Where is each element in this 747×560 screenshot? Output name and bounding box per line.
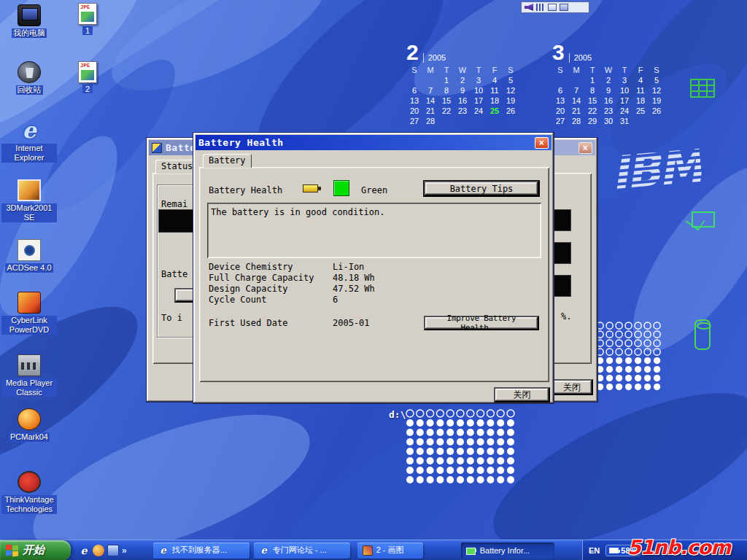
desktop-icon-label: 3DMark2001 SE [1,203,57,222]
taskbar-button-label: 找不到服务器... [172,545,227,556]
taskbar-button-1[interactable]: e找不到服务器... [153,542,249,559]
quicklaunch-desktop-icon[interactable] [107,545,119,556]
desktop-icon-pcmark[interactable]: PCMark04 [1,408,57,442]
calendar-day-cell: 23 [454,106,471,117]
close-icon[interactable]: × [578,142,592,154]
recycle-icon [18,61,41,83]
taskbar-button-label: Battery Infor... [480,546,530,555]
calendar-day-cell: 3 [616,76,632,86]
calendar-day-cell: 22 [438,106,454,117]
close-button[interactable]: 关闭 [551,379,593,395]
calendar-day-header: F [632,66,649,76]
desktop-icon-label: ACDSee 4.0 [5,263,53,273]
windows-logo-icon [6,545,19,556]
calendar-day-cell: 18 [487,96,503,106]
volume-icon[interactable] [525,4,533,11]
desktop-icon-label: Media Player Classic [1,378,57,397]
calendar-day-header: M [568,66,584,76]
desktop: 2 2005 SMTWTFS12345678910111213141516171… [0,0,747,540]
field-value: 47.52 Wh [333,284,375,294]
battery-tips-button[interactable]: Battery Tips [424,181,539,196]
quicklaunch-ie-icon[interactable]: e [78,545,90,556]
battery-icon [303,184,322,194]
taskbar-button-2[interactable]: e专门网论坛 - ... [254,542,350,559]
quicklaunch-media-icon[interactable] [93,545,104,556]
first-used-label: First Used Date [209,318,287,328]
thinkvantage-icon [18,471,41,493]
display-icon[interactable] [548,4,557,11]
battery-health-window: Battery Health × Battery Battery Health … [193,132,554,404]
calendar-day-cell: 15 [438,96,454,106]
keyboard-icon[interactable] [560,4,568,11]
calendar-day-cell [568,76,584,86]
calendar-day-header: M [422,66,438,76]
percent-label: %. [561,311,571,322]
field-value: 48.18 Wh [333,273,375,283]
calendar-day-cell: 3 [471,76,487,86]
calendar-day-header: F [487,66,503,76]
calendar-day-cell: 23 [600,106,616,117]
computer-icon [18,4,41,26]
watermark-51nb: 51nb.com [627,536,730,559]
desktop-icon-label: Internet Explorer [1,144,57,163]
battery-app-icon [152,143,162,153]
desktop-icon-mpc[interactable]: Media Player Classic [1,354,57,397]
chevron-icon[interactable]: » [122,545,127,556]
calendar-day-cell: 9 [454,86,471,96]
desktop-icon-ie[interactable]: eInternet Explorer [1,120,57,163]
envelope-icon [692,211,715,228]
desktop-icon-computer[interactable]: 我的电脑 [1,4,57,38]
taskbar-button-4[interactable]: Battery Infor... [461,542,554,559]
equalizer-icon[interactable] [536,4,545,11]
calendar-day-cell: 20 [552,106,568,117]
desktop-icon-recycle[interactable]: 回收站 [1,61,57,95]
calendar-day-cell: 12 [649,86,665,96]
battery-label: Batte [161,269,187,279]
field-value: Li-Ion [333,262,364,272]
field-label: Cycle Count [209,295,266,305]
calendar-month: 3 [552,42,565,63]
calendar-day-cell: 27 [406,117,422,127]
close-icon[interactable]: × [535,137,549,149]
calendar-day-cell: 21 [422,106,438,117]
window-title: Battery Health [198,137,284,148]
calendar-day-cell [406,76,422,86]
tab-battery[interactable]: Battery [203,154,252,168]
language-indicator[interactable]: EN [589,546,600,555]
calendar-day-header: T [438,66,454,76]
desktop-icon-mark3d[interactable]: 3DMark2001 SE [1,179,57,222]
taskbar-button-3[interactable]: 2 - 画图 [357,542,423,559]
calendar-year: 2005 [423,53,446,63]
battery-gauge-1 [552,209,571,231]
calendar-day-cell [422,76,438,86]
desktop-icon-label: 回收站 [16,85,43,95]
desktop-icon-powerdvd[interactable]: CyberLink PowerDVD [1,292,57,335]
calendar-day-cell [649,117,665,127]
health-status-swatch [333,180,349,196]
desktop-icon-acdsee[interactable]: ACDSee 4.0 [1,239,57,273]
battery-gauge-3 [552,275,571,297]
desktop-file-2[interactable]: 2 [70,61,105,93]
calendar-grid: SMTWTFS123456789101112131415161718192021… [552,66,669,127]
ie-icon: e [158,545,169,556]
battery-health-titlebar[interactable]: Battery Health × [196,135,551,150]
calendar-day-cell: 19 [503,96,519,106]
desktop-icon-label: PCMark04 [9,432,50,442]
battery-gauge-2 [552,242,571,264]
desktop-icon-label: ThinkVantage Technologies [1,495,57,514]
calendar-day-cell: 31 [616,117,632,127]
improve-battery-health-button[interactable]: Improve Battery Health... [424,316,539,330]
start-button[interactable]: 开始 [0,540,71,560]
calendar-february: 2 2005 SMTWTFS12345678910111213141516171… [406,41,523,127]
close-button[interactable]: 关闭 [494,387,550,402]
file-label: 1 [82,26,93,35]
desktop-file-1[interactable]: 1 [70,3,105,35]
ie-icon: e [18,120,41,141]
health-status: Green [361,185,387,195]
desktop-icon-label: 我的电脑 [12,28,47,38]
desktop-icon-thinkvantage[interactable]: ThinkVantage Technologies [1,471,57,514]
first-used-value: 2005-01 [333,318,370,328]
taskbar-button-label: 2 - 画图 [376,545,404,556]
calendar-day-header: S [649,66,665,76]
calendar-day-cell: 9 [600,86,616,96]
